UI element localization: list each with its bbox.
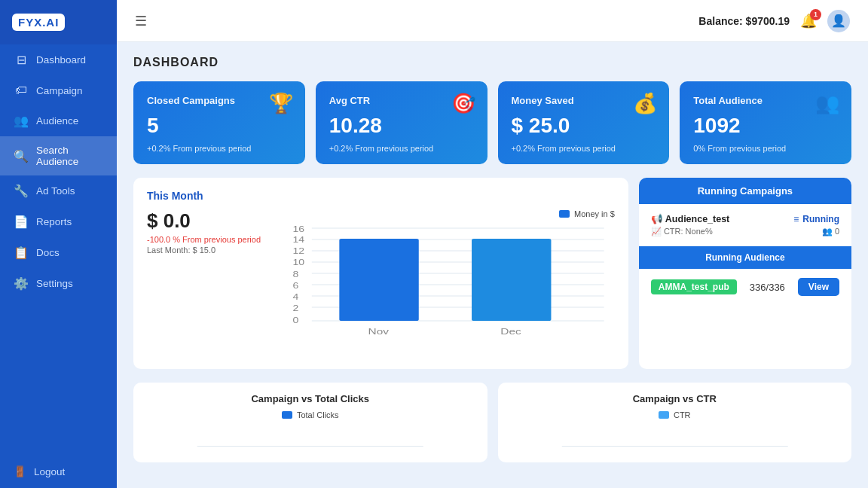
legend-dot <box>282 411 292 419</box>
legend-dot <box>659 411 669 419</box>
svg-text:6: 6 <box>293 282 299 290</box>
chart-legend: CTR <box>510 410 840 419</box>
this-month-last: Last Month: $ 15.0 <box>147 246 261 255</box>
sidebar-item-label: Ad Tools <box>36 185 75 197</box>
chart-legend: Total Clicks <box>145 410 475 419</box>
header-right: Balance: $9700.19 🔔 1 👤 <box>698 10 850 32</box>
chart-title: Campaign vs CTR <box>510 393 840 404</box>
stat-card-change: +0.2% From previous period <box>147 144 292 153</box>
money-icon: 💰 <box>633 92 657 115</box>
svg-text:2: 2 <box>293 304 299 313</box>
ctr-chart-svg <box>510 419 840 450</box>
campaign-ctr: 📈 CTR: None% <box>651 227 729 236</box>
svg-text:10: 10 <box>293 258 305 267</box>
sidebar-item-label: Audience <box>36 115 78 127</box>
sidebar-item-docs[interactable]: 📋 Docs <box>0 237 117 268</box>
list-icon: ≡ <box>793 214 799 224</box>
sidebar-item-reports[interactable]: 📄 Reports <box>0 206 117 237</box>
sidebar-item-search-audience[interactable]: 🔍 Search Audience <box>0 136 117 175</box>
svg-text:12: 12 <box>293 247 305 255</box>
audience-tag: AMMA_test_pub <box>651 279 737 294</box>
campaign-vs-ctr-chart: Campaign vs CTR CTR <box>498 383 852 462</box>
stat-card-value: 5 <box>147 114 292 138</box>
audience-count: 336/336 <box>750 282 785 293</box>
stat-card-total-audience: Total Audience 👥 1092 0% From previous p… <box>680 81 851 164</box>
stat-card-value: 1092 <box>693 114 838 138</box>
this-month-title: This Month <box>147 190 615 202</box>
people-icon: 👥 <box>822 227 833 236</box>
ctr-icon: 📈 <box>651 227 662 236</box>
sidebar-item-dashboard[interactable]: ⊟ Dashboard <box>0 44 117 75</box>
main-content: ☰ Balance: $9700.19 🔔 1 👤 DASHBOARD Clos… <box>117 0 868 488</box>
stat-card-change: +0.2% From previous period <box>512 144 656 153</box>
balance-display: Balance: $9700.19 <box>698 15 790 27</box>
bar-chart: 16 14 12 10 8 6 4 2 0 <box>276 223 615 357</box>
notification-badge: 1 <box>810 9 821 20</box>
sidebar-item-audience[interactable]: 👥 Audience <box>0 105 117 136</box>
docs-icon: 📋 <box>14 246 29 260</box>
clicks-chart-svg <box>145 419 475 450</box>
avatar[interactable]: 👤 <box>827 10 850 32</box>
stat-card-avg-ctr: Avg CTR 🎯 10.28 +0.2% From previous peri… <box>316 81 487 164</box>
notifications-button[interactable]: 🔔 1 <box>800 13 817 29</box>
avatar-icon: 👤 <box>831 14 846 28</box>
sidebar-item-label: Docs <box>36 247 60 258</box>
lower-section: This Month $ 0.0 -100.0 % From previous … <box>133 178 851 369</box>
sidebar: FYX.AI ⊟ Dashboard 🏷 Campaign 👥 Audience… <box>0 0 117 488</box>
sidebar-item-label: Settings <box>36 278 73 289</box>
sidebar-item-label: Reports <box>36 216 72 227</box>
campaign-status: ≡ Running <box>793 214 839 224</box>
this-month-card: This Month $ 0.0 -100.0 % From previous … <box>133 178 628 369</box>
logout-label: Logout <box>34 466 65 477</box>
trophy-icon: 🏆 <box>269 92 293 115</box>
chart-title: Campaign vs Total Clicks <box>145 393 475 404</box>
sidebar-item-settings[interactable]: ⚙️ Settings <box>0 268 117 299</box>
svg-rect-22 <box>197 446 423 447</box>
this-month-amount: $ 0.0 <box>147 209 261 233</box>
campaign-info-left: 📢 Audience_test 📈 CTR: None% <box>651 213 729 236</box>
search-icon: 🔍 <box>14 149 29 163</box>
svg-text:14: 14 <box>293 236 305 244</box>
this-month-change: -100.0 % From previous period <box>147 235 261 244</box>
campaign-name: 📢 Audience_test <box>651 213 729 224</box>
legend-label: Total Clicks <box>297 410 339 419</box>
page-title: DASHBOARD <box>133 56 851 69</box>
running-audience-header: Running Audience <box>639 246 851 269</box>
legend-dot-money <box>559 210 570 218</box>
svg-text:4: 4 <box>293 293 299 301</box>
sidebar-item-campaign[interactable]: 🏷 Campaign <box>0 75 117 105</box>
dashboard-content: DASHBOARD Closed Campaigns 🏆 5 +0.2% Fro… <box>117 42 868 476</box>
audience-icon: 👥 <box>14 114 29 128</box>
bar-chart-svg: 16 14 12 10 8 6 4 2 0 <box>276 223 615 355</box>
reports-icon: 📄 <box>14 215 29 229</box>
stat-card-change: 0% From previous period <box>693 144 838 153</box>
stat-card-value: 10.28 <box>329 114 474 138</box>
stat-card-closed-campaigns: Closed Campaigns 🏆 5 +0.2% From previous… <box>133 81 305 164</box>
people-icon: 👥 <box>815 92 839 115</box>
svg-text:0: 0 <box>293 316 299 325</box>
legend-label: Money in $ <box>574 209 615 218</box>
stat-card-money-saved: Money Saved 💰 $ 25.0 +0.2% From previous… <box>498 81 670 164</box>
stat-card-value: $ 25.0 <box>512 114 656 138</box>
stat-cards-row: Closed Campaigns 🏆 5 +0.2% From previous… <box>133 81 851 164</box>
svg-text:Nov: Nov <box>368 327 390 336</box>
header-left: ☰ <box>135 13 147 29</box>
target-icon: 🎯 <box>451 92 475 115</box>
legend-label: CTR <box>674 410 691 419</box>
dashboard-icon: ⊟ <box>14 53 29 67</box>
hamburger-button[interactable]: ☰ <box>135 13 147 29</box>
logout-button[interactable]: 🚪 Logout <box>0 455 117 488</box>
running-audience-row: AMMA_test_pub 336/336 View <box>639 269 851 305</box>
logo-area: FYX.AI <box>0 0 117 44</box>
svg-rect-23 <box>561 446 787 447</box>
campaign-info-right: ≡ Running 👥 0 <box>793 214 839 236</box>
campaign-icon: 🏷 <box>14 84 29 97</box>
megaphone-icon: 📢 <box>651 214 663 224</box>
svg-text:16: 16 <box>293 225 305 233</box>
view-button[interactable]: View <box>798 278 839 296</box>
running-campaigns-header: Running Campaigns <box>639 178 851 204</box>
campaign-count: 👥 0 <box>822 227 839 236</box>
sidebar-item-ad-tools[interactable]: 🔧 Ad Tools <box>0 175 117 206</box>
running-campaigns-card: Running Campaigns 📢 Audience_test 📈 CTR:… <box>639 178 851 369</box>
logo: FYX.AI <box>12 14 65 31</box>
